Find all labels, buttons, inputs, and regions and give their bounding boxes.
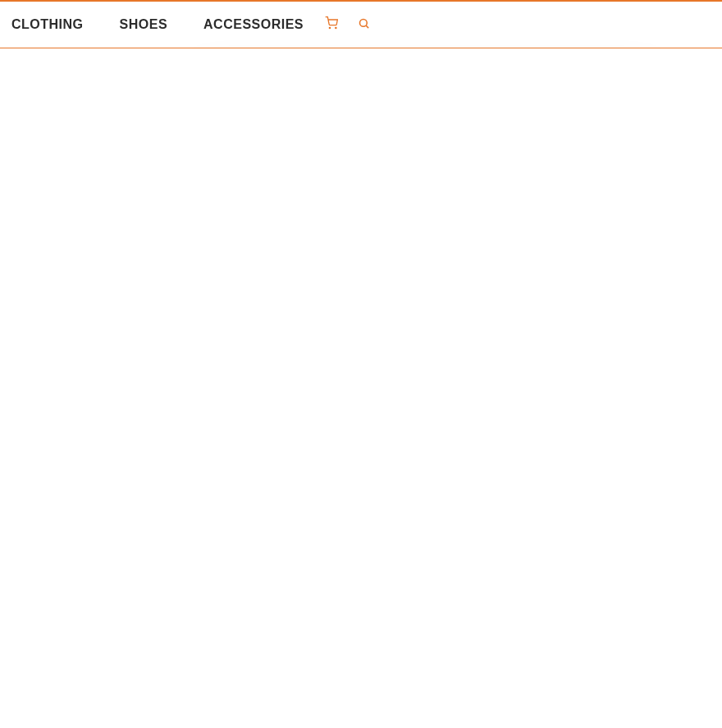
nav-item-clothing[interactable]: CLOTHING xyxy=(11,17,84,32)
nav-item-shoes[interactable]: SHOES xyxy=(120,17,168,32)
search-icon[interactable] xyxy=(358,17,370,33)
top-navbar: CLOTHING SHOES ACCESSORIES xyxy=(0,0,722,48)
cart-icon[interactable] xyxy=(325,16,338,33)
svg-point-0 xyxy=(329,27,330,28)
svg-point-2 xyxy=(360,19,368,26)
svg-line-3 xyxy=(366,25,368,28)
svg-point-1 xyxy=(336,27,336,28)
nav-item-accessories[interactable]: ACCESSORIES xyxy=(203,17,304,32)
